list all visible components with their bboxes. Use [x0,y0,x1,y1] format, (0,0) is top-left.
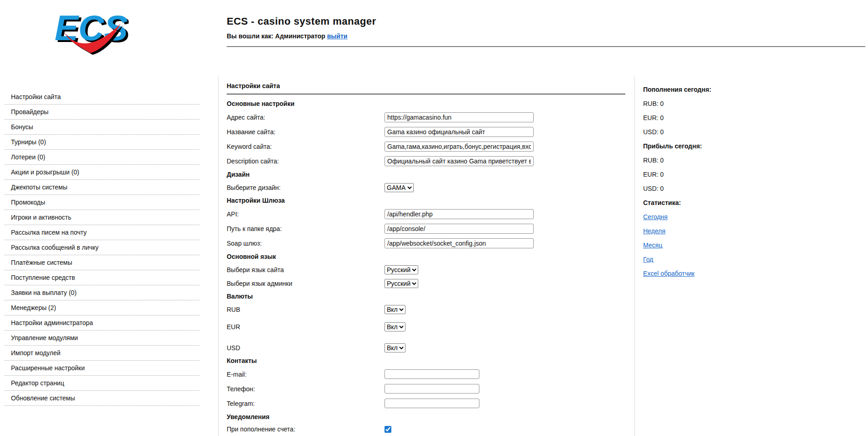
sidebar-item-module-import[interactable]: Импорт модулей [5,346,199,361]
site-name-input[interactable] [385,127,534,137]
deposits-rub-value: RUB: 0 [643,100,780,107]
site-settings-panel: Настройки сайта Основные настройки Адрес… [227,82,625,436]
phone-input[interactable] [385,384,479,394]
field-label: Выберите дизайн: [227,184,385,191]
sidebar-item-managers[interactable]: Менеджеры (2) [5,300,199,315]
sidebar-item-providers[interactable]: Провайдеры [5,105,199,120]
stats-month-link[interactable]: Месяц [643,242,780,249]
ecs-logo-graphic: ECS ECS [51,5,129,56]
section-currencies: Валюты [227,293,625,300]
stats-today-link[interactable]: Сегодня [643,213,780,221]
stats-year-link[interactable]: Год [643,256,780,263]
rub-toggle-select[interactable]: Вкл [385,305,405,314]
deposits-usd-value: USD: 0 [643,128,780,136]
field-row-deposit-notify: При пополнение счета: [227,425,625,433]
email-input[interactable] [385,369,479,379]
field-label: Telegram: [227,400,385,407]
left-vertical-divider [218,77,218,436]
field-row-soap: Soap шлюз: [227,238,625,248]
logout-link[interactable]: выйти [327,32,348,40]
field-label: Адрес сайта: [227,114,385,121]
profit-usd-value: USD: 0 [643,185,780,192]
field-label: EUR [227,323,385,331]
sidebar-item-advanced-settings[interactable]: Расширенные настройки [5,361,199,376]
logged-in-as-text: Вы вошли как: Администратор [227,32,325,40]
profit-rub-value: RUB: 0 [643,157,780,164]
deposit-notification-checkbox[interactable] [385,426,391,433]
stats-panel: Пополнения сегодня: RUB: 0 EUR: 0 USD: 0… [643,86,780,284]
sidebar-item-site-settings[interactable]: Настройки сайта [5,89,199,105]
field-row-site-name: Название сайта: [227,127,625,137]
section-design: Дизайн [227,171,625,178]
site-url-input[interactable] [385,112,534,122]
field-row-core-path: Путь к папке ядра: [227,224,625,234]
api-input[interactable] [385,209,534,219]
sidebar-item-bonuses[interactable]: Бонусы [5,120,199,135]
sidebar-item-payment-systems[interactable]: Платёжные системы [5,255,199,270]
sidebar-item-pm-mailing[interactable]: Рассылка сообщений в личку [5,240,199,255]
sidebar-item-tournaments[interactable]: Турниры (0) [5,135,199,150]
field-label: E-mail: [227,371,385,378]
design-select[interactable]: GAMA [385,183,414,192]
admin-language-select[interactable]: Русский [385,279,418,288]
field-label: Soap шлюз: [227,240,385,247]
sidebar-item-system-update[interactable]: Обновление системы [5,391,199,406]
description-input[interactable] [385,156,534,166]
field-row-eur: EUR Вкл [227,322,625,331]
field-label: Название сайта: [227,128,385,136]
field-row-telegram: Telegram: [227,399,625,408]
panel-title: Настройки сайта [227,82,625,95]
header-divider [227,46,865,47]
deposits-today-title: Пополнения сегодня: [643,86,780,93]
site-language-select[interactable]: Русский [385,265,418,274]
sidebar-nav: Настройки сайта Провайдеры Бонусы Турнир… [5,89,199,406]
page-title: ECS - casino system manager [227,16,376,27]
field-label: RUB [227,306,385,313]
sidebar-item-email-mailing[interactable]: Рассылка писем на почту [5,225,199,240]
sidebar-item-incoming-funds[interactable]: Поступление средств [5,270,199,285]
profit-today-title: Прибыль сегодня: [643,142,780,150]
soap-gateway-input[interactable] [385,238,534,248]
section-gateway: Настройки Шлюза [227,197,625,204]
keywords-input[interactable] [385,142,534,152]
eur-toggle-select[interactable]: Вкл [385,322,405,331]
field-row-site-url: Адрес сайта: [227,112,625,122]
statistics-title: Статистика: [643,199,780,206]
stats-excel-link[interactable]: Excel обработчик [643,270,780,277]
sidebar-item-module-management[interactable]: Управление модулями [5,331,199,346]
deposits-eur-value: EUR: 0 [643,114,780,121]
field-row-email: E-mail: [227,369,625,379]
section-language: Основной язык [227,253,625,260]
sidebar-item-jackpots[interactable]: Джекпоты системы [5,180,199,195]
sidebar-item-admin-settings[interactable]: Настройки администратора [5,315,199,331]
section-basic-settings: Основные настройки [227,100,625,107]
sidebar-item-page-editor[interactable]: Редактор страниц [5,376,199,391]
sidebar-item-payout-requests[interactable]: Заявки на выплату (0) [5,285,199,300]
right-vertical-divider [634,77,635,436]
field-label: Description сайта: [227,158,385,165]
telegram-input[interactable] [385,399,479,408]
section-contacts: Контакты [227,357,625,364]
sidebar-item-promocodes[interactable]: Промокоды [5,195,199,210]
field-label: Телефон: [227,385,385,393]
core-path-input[interactable] [385,224,534,234]
field-label: USD [227,344,385,352]
sidebar-item-lotteries[interactable]: Лотереи (0) [5,150,199,165]
field-label: Выбери язык админки [227,280,385,287]
usd-toggle-select[interactable]: Вкл [385,343,405,352]
field-row-phone: Телефон: [227,384,625,394]
field-row-usd: USD Вкл [227,343,625,352]
sidebar-item-promotions[interactable]: Акции и розыгрыши (0) [5,165,199,180]
field-row-design: Выберите дизайн: GAMA [227,183,625,192]
field-row-site-language: Выбери язык сайта Русский [227,265,625,274]
ecs-logo: ECS ECS [51,5,129,56]
field-row-admin-language: Выбери язык админки Русский [227,279,625,288]
field-row-rub: RUB Вкл [227,305,625,314]
field-row-keywords: Keyword сайта: [227,142,625,152]
profit-eur-value: EUR: 0 [643,171,780,178]
field-row-api: API: [227,209,625,219]
stats-week-link[interactable]: Неделя [643,227,780,235]
field-label: При пополнение счета: [227,425,385,433]
field-row-description: Description сайта: [227,156,625,166]
sidebar-item-players-activity[interactable]: Игроки и активность [5,210,199,225]
